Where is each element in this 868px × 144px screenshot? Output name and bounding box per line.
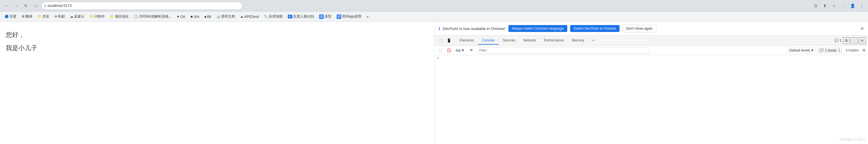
bookmark-baidu[interactable]: 🔵 百度	[2, 13, 19, 20]
notification-message: DevTools is now available in Chinese!	[443, 26, 505, 31]
issue-badge[interactable]: 💬 1 Issue: 1	[818, 48, 842, 53]
console-settings-icon[interactable]: ⚙	[862, 48, 866, 52]
tab-console[interactable]: Console	[478, 37, 499, 45]
json-icon: 📋	[134, 15, 138, 19]
bookmark-project-addr-label: 项目地址	[115, 14, 129, 19]
tab-network[interactable]: Network	[519, 37, 540, 45]
prototype-icon: 原	[319, 15, 324, 19]
translate-icon-btn[interactable]: G	[812, 2, 820, 10]
eye-icon[interactable]: 👁	[468, 47, 475, 54]
address-text: localhost:5173	[48, 3, 72, 8]
default-levels-chevron-icon: ▼	[811, 48, 814, 52]
bookmark-requirements-label: 需求文档	[221, 14, 235, 19]
bookmark-blue-cloud[interactable]: ☁ 蓝麦云	[68, 13, 87, 20]
devtools-close-button[interactable]: ✕	[859, 37, 866, 44]
main-area: 您好， 我是小儿子 ℹ DevTools is now available in…	[0, 22, 868, 144]
bookmark-json-parse[interactable]: 📋 JSON在线解析及格...	[131, 13, 174, 20]
issue-count: 1	[838, 48, 840, 52]
browser-nav-bar: ← → ↻ ⌂ ℹ localhost:5173 G ⬆ ☆ ⬜ 👤 ⋮	[0, 0, 868, 11]
cloud-icon: ☁	[70, 15, 73, 19]
bookmark-project-addr[interactable]: 📁 项目地址	[108, 13, 131, 20]
notification-close-button[interactable]: ✕	[860, 26, 864, 31]
match-language-button[interactable]: Always match Chrome's language	[508, 25, 567, 32]
bookmark-ui-components[interactable]: 📁 UI组件	[87, 13, 107, 20]
tab-performance[interactable]: Performance	[540, 37, 568, 45]
tab-memory[interactable]: Memory	[568, 37, 588, 45]
console-prompt-line: >	[437, 56, 866, 60]
forward-button[interactable]: →	[12, 2, 20, 10]
console-body[interactable]: >	[435, 55, 868, 144]
bookmark-jira[interactable]: ◆ Jira	[188, 14, 202, 20]
top-context-select[interactable]: top ▼	[454, 48, 466, 53]
devtools-tab-bar: ⬚ 📱 Elements Console Sources Network Per…	[435, 35, 868, 46]
bookmark-zhengzhou-app-label: 郑州app原型	[342, 14, 362, 19]
sidebar-icon-btn[interactable]: ⬜	[839, 2, 847, 10]
devtools-more-options-button[interactable]: ⋮	[851, 37, 858, 44]
watermark: CSDN@小儿子BILY	[840, 138, 866, 142]
bookmark-private-mail[interactable]: ✉ 私邮	[52, 13, 67, 20]
bookmark-history-label: 历史	[42, 14, 50, 19]
bookmark-json-parse-label: JSON在线解析及格...	[139, 14, 172, 19]
console-toolbar: ⬚ 🚫 top ▼ 👁 Default levels ▼ 💬 1 Issue: …	[435, 46, 868, 55]
more-bookmarks-label: »	[367, 15, 369, 19]
bookmark-bit-label: Bit	[207, 15, 211, 19]
bookmark-translate[interactable]: 译 翻译	[19, 13, 35, 20]
switch-to-chinese-button[interactable]: Switch DevTools to Chinese	[570, 25, 620, 32]
tab-sources[interactable]: Sources	[499, 37, 519, 45]
console-clear-icon[interactable]: 🚫	[445, 47, 453, 54]
top-label: top	[456, 48, 461, 52]
requirements-icon: 📊	[216, 15, 220, 19]
address-bar[interactable]: ℹ localhost:5173	[41, 2, 242, 10]
bookmarks-bar: 🔵 百度 译 翻译 📁 历史 ✉ 私邮 ☁ 蓝麦云 📁 UI组件 📁 项目地址 …	[0, 11, 868, 22]
bookmark-bit[interactable]: ■ Bit	[202, 14, 214, 20]
reload-button[interactable]: ↻	[22, 2, 30, 10]
bookmark-app-reinforce-label: 应用加固	[269, 14, 283, 19]
device-toolbar-icon[interactable]: 📱	[445, 37, 453, 45]
bookmark-oa[interactable]: ★ OA	[174, 14, 188, 20]
bookmark-oa-label: OA	[180, 15, 185, 19]
page-greeting: 您好，	[6, 30, 429, 39]
menu-icon-btn[interactable]: ⋮	[858, 2, 866, 10]
bookmark-requirements[interactable]: 📊 需求文档	[214, 13, 237, 20]
default-levels-select[interactable]: Default levels ▼	[787, 48, 816, 53]
back-button[interactable]: ←	[2, 2, 10, 10]
badge-count: 1	[840, 39, 842, 43]
dont-show-again-button[interactable]: Don't show again	[622, 25, 656, 32]
account-icon-btn[interactable]: 👤	[848, 2, 857, 10]
bookmark-baidu-face-label: 百度人脸识别	[293, 14, 314, 19]
baidu-face-icon: AI	[288, 15, 292, 19]
tabs-right: 💬 1 ⚙ ⋮ ✕	[834, 37, 866, 44]
issue-label: 1 Issue:	[825, 48, 837, 52]
tab-more[interactable]: »	[588, 37, 598, 45]
bookmark-icon-btn[interactable]: ☆	[830, 2, 838, 10]
oa-icon: ★	[177, 15, 180, 19]
bookmark-baidu-face[interactable]: AI 百度人脸识别	[285, 13, 316, 20]
page-intro: 我是小儿子	[6, 44, 429, 52]
console-filter-input[interactable]	[477, 47, 649, 53]
devtools-notification: ℹ DevTools is now available in Chinese! …	[435, 22, 868, 35]
tab-separator	[454, 38, 455, 44]
default-levels-label: Default levels	[789, 48, 810, 52]
home-button[interactable]: ⌂	[32, 2, 40, 10]
devtools-settings-button[interactable]: ⚙	[843, 37, 849, 44]
bookmark-prototype[interactable]: 原 原型	[317, 13, 334, 20]
history-icon: 📁	[38, 15, 42, 19]
bookmark-apicloud[interactable]: ☁ APICloud	[238, 14, 261, 20]
prompt-arrow-icon: >	[437, 56, 439, 60]
bookmark-prototype-label: 原型	[324, 14, 332, 19]
translate-icon: 译	[22, 15, 25, 19]
share-icon-btn[interactable]: ⬆	[821, 2, 829, 10]
issue-chat-icon: 💬	[820, 48, 824, 52]
bookmark-more[interactable]: »	[365, 14, 371, 20]
bookmark-translate-label: 翻译	[26, 14, 32, 19]
bookmark-zhengzhou-app[interactable]: 郑 郑州app原型	[334, 13, 364, 20]
bit-icon: ■	[205, 15, 207, 19]
inspect-element-icon[interactable]: ⬚	[437, 37, 445, 45]
bookmark-app-reinforce[interactable]: 🔧 应用加固	[262, 13, 285, 20]
page-content: 您好， 我是小儿子	[0, 22, 434, 144]
console-prompt-icon[interactable]: ⬚	[437, 47, 444, 54]
bookmark-history[interactable]: 📁 历史	[35, 13, 52, 20]
tab-elements[interactable]: Elements	[456, 37, 478, 45]
reinforce-icon: 🔧	[264, 15, 268, 19]
secure-icon: ℹ	[44, 4, 46, 8]
